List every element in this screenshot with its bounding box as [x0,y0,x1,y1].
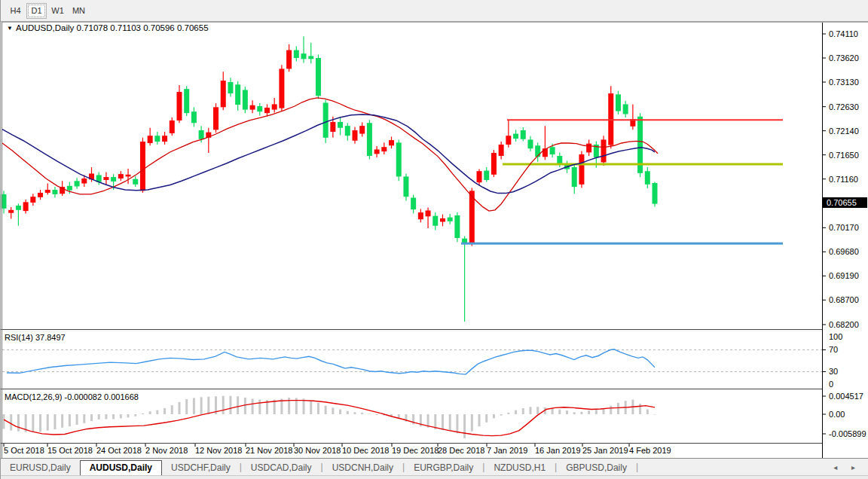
candle-body-down [345,126,350,136]
candle-body-down [572,167,577,187]
chart-tab-usdcnh[interactable]: USDCNH,Daily [323,460,402,476]
candle-body-up [601,139,607,162]
candle-body-up [30,197,35,203]
date-axis-label: 10 Dec 2018 [342,446,389,455]
macd-axis-label: 0.00 [829,410,845,419]
price-axis-label: 0.71160 [829,175,858,184]
candle-body-down [316,58,321,96]
candle-body-up [162,136,167,142]
chart-tab-eurusd[interactable]: EURUSD,Daily [1,460,80,476]
candle-body-down [616,94,621,111]
candle-body-down [645,171,650,185]
candle-body-down [513,134,518,139]
candle-body-down [235,84,240,105]
candle-body-up [426,210,431,216]
candle-body-down [454,215,460,238]
date-axis-label: 16 Jan 2019 [535,446,581,455]
rsi-axis-label: 0 [829,380,833,389]
chart-tab-gbpusd[interactable]: GBPUSD,Daily [557,460,636,476]
candle-body-down [396,142,402,176]
candle-body-up [8,210,14,213]
date-axis-label: 7 Jan 2019 [487,446,527,455]
rsi-axis-label: 70 [829,345,838,354]
candle-body-down [557,156,562,164]
price-axis-label: 0.69190 [829,271,859,280]
candle-body-down [257,106,262,111]
chart-tab-usdcad[interactable]: USDCAD,Daily [242,460,321,476]
chart-title: AUDUSD,Daily 0.71078 0.71103 0.70596 0.7… [16,23,209,32]
candle-body-up [213,107,219,130]
candle-body-up [118,174,124,178]
chart-tab-audusd[interactable]: AUDUSD,Daily [80,460,162,476]
candle-body-up [170,121,175,133]
candle-body-up [279,69,284,108]
date-axis-label: 28 Dec 2018 [438,446,484,455]
date-axis-label: 24 Oct 2018 [96,446,142,455]
candle-body-down [527,139,533,148]
price-axis-label: 0.72630 [829,102,859,111]
macd-indicator-label: MACD(12,26,9) -0.000082 0.001668 [5,392,139,401]
price-axis-label: 0.68200 [829,320,859,329]
status-bar [1,475,868,479]
date-axis-label: 30 Nov 2018 [294,446,341,455]
price-axis-label: 0.72140 [829,127,859,136]
candle-body-up [272,104,277,109]
candle-body-down [338,122,343,128]
candle-body-down [16,206,21,210]
candle-body-down [308,56,313,59]
candle-body-up [140,142,145,191]
candle-body-up [176,92,182,121]
candle-body-down [448,218,453,221]
rsi-indicator-label: RSI(14) 37.8497 [5,333,66,342]
separator-gap [2,331,823,332]
price-axis-label: 0.68700 [829,295,859,304]
date-axis-label: 15 Oct 2018 [47,446,93,455]
date-axis-label: 25 Jan 2019 [582,446,628,455]
candle-body-up [103,177,108,180]
candle-body-down [199,130,204,139]
candle-body-up [491,153,497,175]
candle-body-down [228,82,233,93]
candle-body-down [133,179,138,185]
terminal-window: H4D1W1MN 0.741100.736200.731300.726300.7… [0,0,868,479]
candle-body-down [294,50,299,58]
candle-body-down [154,136,160,142]
price-axis-label: 0.74110 [829,29,858,38]
candle-body-down [301,53,307,59]
price-axis-label: 0.69680 [829,247,859,256]
candle-body-up [330,122,335,132]
candle-body-up [418,212,423,219]
candle-body-down [184,89,189,113]
candle-body-up [359,126,365,133]
candle-body-down [323,102,329,137]
candle-body-up [264,108,270,113]
candle-body-up [499,145,504,156]
macd-axis-label: -0.005899 [829,429,866,438]
chart-tab-nzdusd[interactable]: NZDUSD,H1 [484,460,555,476]
price-axis-label: 0.73620 [829,53,859,63]
candle-body-up [506,136,511,145]
tab-scroll-arrows-icon[interactable]: ◂ ▸ [833,463,861,475]
candle-body-down [403,176,408,197]
tab-separator: | [636,459,638,475]
chart-tab-eurgbp[interactable]: EURGBP,Daily [405,460,482,476]
rsi-axis-label: 30 [829,367,838,376]
price-axis-label: 0.73130 [829,78,859,87]
candle-body-down [67,186,72,191]
price-axis-label: 0.71650 [829,151,859,160]
chart-tab-bar: EURUSD,DailyAUDUSD,DailyUSDCHF,Daily|USD… [1,458,868,475]
candle-body-down [111,177,116,182]
candle-body-up [126,175,131,177]
symbol-dropdown-icon: ▼ [7,25,13,32]
date-axis-label: 2 Nov 2018 [145,446,188,455]
candle-body-up [586,144,591,153]
candle-body-down [52,190,57,194]
price-axis-label: 0.70170 [829,223,859,232]
candle-body-up [579,154,584,185]
candle-body-up [440,218,445,222]
chart-tab-usdchf[interactable]: USDCHF,Daily [162,460,240,476]
chart-canvas[interactable]: 0.741100.736200.731300.726300.721400.716… [1,0,868,479]
candle-body-up [221,81,226,107]
date-axis-label: 4 Feb 2019 [629,446,671,455]
date-axis-label: 21 Nov 2018 [246,446,292,455]
